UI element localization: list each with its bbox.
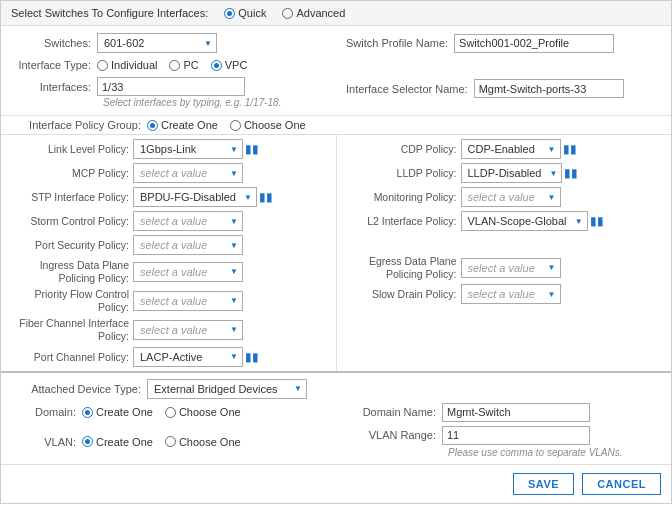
top-bar-label: Select Switches To Configure Interfaces: — [11, 7, 208, 19]
stp-copy-icon[interactable]: ▮▮ — [259, 190, 273, 204]
egress-dropdown[interactable]: select a value — [461, 258, 561, 278]
interfaces-input[interactable] — [97, 77, 245, 96]
port-channel-label: Port Channel Policy: — [11, 351, 129, 363]
domain-choose-radio[interactable] — [165, 407, 176, 418]
monitoring-text: select a value — [468, 191, 535, 203]
mcp-text: select a value — [140, 167, 207, 179]
port-channel-row: Port Channel Policy: LACP-Active ▮▮ — [11, 345, 330, 369]
ipg-choose-radio[interactable] — [230, 120, 241, 131]
advanced-radio[interactable] — [282, 8, 293, 19]
interface-selector-input[interactable] — [474, 79, 624, 98]
l2-policy-row: L2 Interface Policy: VLAN-Scope-Global ▮… — [347, 209, 666, 233]
advanced-option[interactable]: Advanced — [282, 7, 345, 19]
l2-label: L2 Interface Policy: — [347, 215, 457, 227]
port-security-row: Port Security Policy: select a value — [11, 233, 330, 257]
lldp-dropdown[interactable]: LLDP-Disabled — [461, 163, 563, 183]
cdp-value: CDP-Enabled ▮▮ — [461, 139, 666, 159]
domain-create-label: Create One — [96, 406, 153, 418]
egress-value: select a value — [461, 258, 666, 278]
cdp-policy-row: CDP Policy: CDP-Enabled ▮▮ — [347, 137, 666, 161]
vlan-row: VLAN: Create One Choose One — [11, 424, 326, 460]
domain-radio-group: Create One Choose One — [82, 406, 241, 418]
quick-radio[interactable] — [224, 8, 235, 19]
ingress-label: Ingress Data PlanePolicing Policy: — [11, 259, 129, 284]
fc-text: select a value — [140, 324, 207, 336]
l2-copy-icon[interactable]: ▮▮ — [590, 214, 604, 228]
ingress-value: select a value — [133, 262, 330, 282]
vlan-label: VLAN: — [11, 436, 76, 448]
quick-option[interactable]: Quick — [224, 7, 266, 19]
vlan-create-radio[interactable] — [82, 436, 93, 447]
vpc-radio[interactable] — [211, 60, 222, 71]
port-channel-copy-icon[interactable]: ▮▮ — [245, 350, 259, 364]
storm-policy-row: Storm Control Policy: select a value — [11, 209, 330, 233]
link-level-dropdown[interactable]: 1Gbps-Link — [133, 139, 243, 159]
domain-name-label: Domain Name: — [346, 406, 436, 418]
port-channel-dropdown[interactable]: LACP-Active — [133, 347, 243, 367]
lldp-copy-icon[interactable]: ▮▮ — [564, 166, 578, 180]
vlan-choose-label: Choose One — [179, 436, 241, 448]
ingress-dropdown[interactable]: select a value — [133, 262, 243, 282]
pfc-dropdown[interactable]: select a value — [133, 291, 243, 311]
slow-drain-row: Slow Drain Policy: select a value — [347, 282, 666, 306]
mcp-dropdown[interactable]: select a value — [133, 163, 243, 183]
fc-dropdown[interactable]: select a value — [133, 320, 243, 340]
l2-dropdown[interactable]: VLAN-Scope-Global — [461, 211, 588, 231]
ipg-create-option[interactable]: Create One — [147, 119, 218, 131]
slow-drain-label: Slow Drain Policy: — [347, 288, 457, 300]
link-level-text: 1Gbps-Link — [140, 143, 196, 155]
vlan-choose-radio[interactable] — [165, 436, 176, 447]
vpc-label: VPC — [225, 59, 248, 71]
monitoring-policy-row: Monitoring Policy: select a value — [347, 185, 666, 209]
egress-label: Egress Data PlanePolicing Policy: — [347, 255, 457, 280]
attached-device-dropdown[interactable]: External Bridged Devices — [147, 379, 307, 399]
vlan-radio-group: Create One Choose One — [82, 436, 241, 448]
individual-radio[interactable] — [97, 60, 108, 71]
save-button[interactable]: SAVE — [513, 473, 574, 495]
ipg-create-label: Create One — [161, 119, 218, 131]
pfc-value: select a value — [133, 291, 330, 311]
cdp-copy-icon[interactable]: ▮▮ — [563, 142, 577, 156]
domain-choose-option[interactable]: Choose One — [165, 406, 241, 418]
ipg-radio-group: Create One Choose One — [147, 119, 306, 131]
lldp-policy-row: LLDP Policy: LLDP-Disabled ▮▮ — [347, 161, 666, 185]
link-level-policy-row: Link Level Policy: 1Gbps-Link ▮▮ — [11, 137, 330, 161]
domain-label: Domain: — [11, 406, 76, 418]
domain-create-option[interactable]: Create One — [82, 406, 153, 418]
vlan-create-option[interactable]: Create One — [82, 436, 153, 448]
switches-label: Switches: — [11, 37, 91, 49]
link-level-copy-icon[interactable]: ▮▮ — [245, 142, 259, 156]
cancel-button[interactable]: CANCEL — [582, 473, 661, 495]
policies-section: Link Level Policy: 1Gbps-Link ▮▮ MCP Pol… — [1, 135, 671, 373]
mcp-label: MCP Policy: — [11, 167, 129, 179]
vlan-range-label: VLAN Range: — [346, 429, 436, 441]
lldp-text: LLDP-Disabled — [468, 167, 542, 179]
port-security-value: select a value — [133, 235, 330, 255]
vlan-choose-option[interactable]: Choose One — [165, 436, 241, 448]
vpc-option[interactable]: VPC — [211, 59, 248, 71]
cdp-dropdown[interactable]: CDP-Enabled — [461, 139, 561, 159]
monitoring-dropdown[interactable]: select a value — [461, 187, 561, 207]
port-security-dropdown[interactable]: select a value — [133, 235, 243, 255]
left-policies: Link Level Policy: 1Gbps-Link ▮▮ MCP Pol… — [1, 135, 337, 371]
pc-option[interactable]: PC — [169, 59, 198, 71]
switches-dropdown[interactable]: 601-602 — [97, 33, 217, 53]
ipg-choose-label: Choose One — [244, 119, 306, 131]
domain-name-input[interactable] — [442, 403, 590, 422]
storm-dropdown[interactable]: select a value — [133, 211, 243, 231]
switch-profile-input[interactable] — [454, 34, 614, 53]
ipg-choose-option[interactable]: Choose One — [230, 119, 306, 131]
individual-option[interactable]: Individual — [97, 59, 157, 71]
attached-device-row: Attached Device Type: External Bridged D… — [11, 377, 661, 401]
mcp-value: select a value — [133, 163, 330, 183]
slow-drain-dropdown[interactable]: select a value — [461, 284, 561, 304]
pfc-text: select a value — [140, 295, 207, 307]
stp-dropdown[interactable]: BPDU-FG-Disabled — [133, 187, 257, 207]
monitoring-value: select a value — [461, 187, 666, 207]
vlan-range-input[interactable] — [442, 426, 590, 445]
domain-row: Domain: Create One Choose One — [11, 401, 326, 424]
ipg-create-radio[interactable] — [147, 120, 158, 131]
pc-radio[interactable] — [169, 60, 180, 71]
storm-text: select a value — [140, 215, 207, 227]
domain-create-radio[interactable] — [82, 407, 93, 418]
